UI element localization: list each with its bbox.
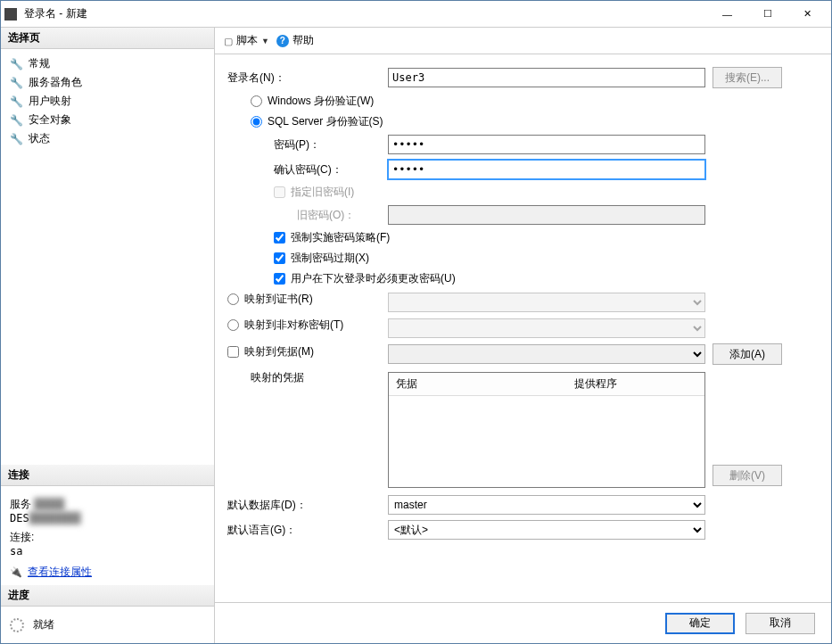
confirm-password-label: 确认密码(C)： — [227, 162, 388, 178]
password-label: 密码(P)： — [227, 137, 388, 153]
mapped-creds-table[interactable]: 凭据 提供程序 — [388, 372, 705, 488]
wrench-icon: 🔧 — [10, 95, 23, 108]
add-button[interactable]: 添加(A) — [713, 343, 782, 365]
connection-label: 连接: — [10, 530, 205, 545]
specify-old-checkbox: 指定旧密码(I) — [227, 185, 819, 200]
wrench-icon: 🔧 — [10, 58, 23, 70]
progress-header: 进度 — [1, 585, 214, 607]
nav-server-roles[interactable]: 🔧服务器角色 — [10, 73, 205, 92]
server-value: DES████████ — [10, 512, 205, 524]
help-button[interactable]: ? 帮助 — [276, 33, 314, 48]
select-page-header: 选择页 — [1, 28, 214, 49]
script-button[interactable]: 脚本 ▼ — [224, 33, 269, 48]
close-button[interactable]: ✕ — [787, 2, 828, 27]
connect-icon: 🔌 — [10, 566, 22, 578]
map-asym-radio[interactable]: 映射到非对称密钥(T) — [227, 318, 388, 333]
script-icon — [224, 35, 233, 47]
ok-button[interactable]: 确定 — [665, 613, 735, 634]
cert-select — [388, 293, 705, 312]
mapped-creds-label: 映射的凭据 — [227, 370, 388, 385]
th-provider: 提供程序 — [567, 373, 704, 395]
nav-status[interactable]: 🔧状态 — [10, 129, 205, 148]
old-password-input — [388, 205, 705, 225]
server-label: 服务 ████ — [10, 497, 205, 512]
view-connection-props-link[interactable]: 查看连接属性 — [28, 565, 92, 580]
progress-body: 就绪 — [1, 607, 214, 643]
password-input[interactable] — [388, 135, 705, 154]
must-change-checkbox[interactable]: 用户在下次登录时必须更改密码(U) — [227, 271, 819, 286]
help-icon: ? — [276, 35, 289, 47]
default-db-select[interactable]: master — [388, 495, 705, 515]
map-cert-radio[interactable]: 映射到证书(R) — [227, 292, 388, 307]
wrench-icon: 🔧 — [10, 133, 23, 145]
nav-user-mapping[interactable]: 🔧用户映射 — [10, 92, 205, 111]
asym-select — [388, 318, 705, 338]
minimize-button[interactable]: — — [707, 2, 747, 27]
login-name-label: 登录名(N)： — [227, 70, 388, 86]
connection-info: 服务 ████ DES████████ 连接: sa 🔌 查看连接属性 — [1, 486, 214, 585]
progress-status: 就绪 — [33, 617, 54, 632]
default-db-label: 默认数据库(D)： — [227, 498, 388, 513]
default-lang-select[interactable]: <默认> — [388, 520, 705, 540]
wrench-icon: 🔧 — [10, 114, 23, 127]
connection-header: 连接 — [1, 465, 214, 486]
auth-windows-radio[interactable]: Windows 身份验证(W) — [227, 94, 819, 109]
maximize-button[interactable]: ☐ — [747, 2, 787, 27]
cancel-button[interactable]: 取消 — [746, 613, 815, 634]
window-title: 登录名 - 新建 — [24, 6, 707, 21]
spinner-icon — [10, 618, 24, 632]
cred-select[interactable] — [388, 344, 705, 364]
titlebar: 登录名 - 新建 — ☐ ✕ — [1, 1, 831, 28]
nav-securables[interactable]: 🔧安全对象 — [10, 111, 205, 129]
wrench-icon: 🔧 — [10, 77, 23, 89]
app-icon — [4, 8, 17, 21]
old-password-label: 旧密码(O)： — [227, 208, 388, 223]
confirm-password-input[interactable] — [388, 160, 705, 179]
nav-general[interactable]: 🔧常规 — [10, 54, 205, 73]
login-name-input[interactable] — [388, 68, 705, 87]
default-lang-label: 默认语言(G)： — [227, 523, 388, 538]
chevron-down-icon: ▼ — [261, 37, 269, 45]
enforce-policy-checkbox[interactable]: 强制实施密码策略(F) — [227, 230, 819, 245]
enforce-expire-checkbox[interactable]: 强制密码过期(X) — [227, 251, 819, 266]
th-credential: 凭据 — [389, 373, 567, 395]
auth-sql-radio[interactable]: SQL Server 身份验证(S) — [227, 114, 819, 129]
page-list: 🔧常规 🔧服务器角色 🔧用户映射 🔧安全对象 🔧状态 — [1, 49, 214, 465]
remove-button[interactable]: 删除(V) — [713, 465, 782, 486]
connection-value: sa — [10, 545, 205, 557]
search-button[interactable]: 搜索(E)... — [713, 67, 782, 88]
map-cred-checkbox[interactable]: 映射到凭据(M) — [227, 344, 388, 359]
